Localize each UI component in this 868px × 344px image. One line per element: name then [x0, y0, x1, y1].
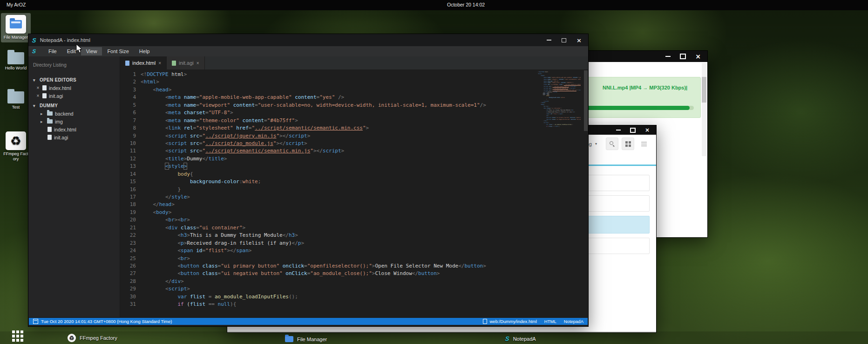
- file-icon: [42, 93, 47, 98]
- code-line: 13 <style>: [120, 163, 588, 170]
- code-line: 28 </div>: [120, 278, 588, 285]
- line-number: 20: [120, 216, 141, 224]
- list-view-button[interactable]: [637, 138, 650, 150]
- line-number: 25: [120, 255, 141, 262]
- menu-view[interactable]: View: [81, 47, 102, 55]
- line-number: 26: [120, 262, 141, 270]
- close-icon[interactable]: ×: [645, 127, 650, 133]
- notepada-titlebar[interactable]: S NotepadA - index.html ×: [28, 34, 588, 46]
- code-text: </div>: [141, 278, 184, 285]
- file-icon: [42, 85, 47, 90]
- maximize-icon[interactable]: [562, 38, 566, 42]
- editor-scrollbar[interactable]: [583, 69, 588, 317]
- close-icon[interactable]: ×: [28, 85, 40, 90]
- code-line: 3 <head>: [120, 86, 588, 94]
- system-brand[interactable]: My ArOZ: [7, 2, 26, 7]
- icon-wrap: Hello World: [1, 52, 31, 71]
- menu-bar: S FileEditViewFont SizeHelp: [28, 46, 588, 56]
- taskbar-item-file-manager[interactable]: File Manager: [285, 336, 327, 342]
- item-label: img: [55, 119, 63, 124]
- close-icon[interactable]: ×: [576, 37, 582, 43]
- app-launcher-icon[interactable]: [12, 330, 15, 333]
- grid-view-button[interactable]: [622, 138, 634, 150]
- code-text: <head>: [141, 86, 171, 94]
- close-icon[interactable]: ×: [695, 53, 701, 60]
- menu-font-size[interactable]: Font Size: [102, 47, 134, 55]
- line-number: 19: [120, 209, 141, 216]
- item-label: init.agi: [49, 93, 63, 99]
- code-text: <button class="ui primary button" onclic…: [141, 262, 486, 270]
- code-text: <title>Dummy</title>: [141, 155, 227, 163]
- chevron-right-icon[interactable]: ▸: [41, 119, 45, 124]
- sidebar-item-index.html[interactable]: index.html: [28, 125, 120, 133]
- line-number: 3: [120, 86, 141, 94]
- minimize-icon[interactable]: [547, 40, 551, 41]
- sidebar-item-img[interactable]: ▸img: [28, 117, 120, 125]
- line-number: 30: [120, 293, 141, 301]
- line-number: 8: [120, 124, 141, 132]
- folder-icon: [47, 111, 53, 116]
- sidebar-item-init.agi[interactable]: ×init.agi: [28, 92, 120, 100]
- tab-label: init.agi: [179, 60, 194, 66]
- code-text: <div class="ui container">: [141, 224, 245, 232]
- sidebar-section-dummy[interactable]: ▾DUMMY: [28, 102, 120, 110]
- search-button[interactable]: [606, 138, 618, 150]
- code-line: 14 body{: [120, 171, 588, 178]
- code-line: 31 if (flist == null){: [120, 301, 588, 308]
- converter-scrollbar[interactable]: [702, 63, 706, 156]
- sidebar-item-backend[interactable]: ▸backend: [28, 110, 120, 117]
- maximize-icon[interactable]: [680, 54, 686, 59]
- minimap[interactable]: <!DOCTYPE html><html> <head> <meta name=…: [538, 71, 581, 141]
- sidebar-item-index.html[interactable]: ×index.html: [28, 84, 120, 92]
- sidebar-item-init.agi[interactable]: init.agi: [28, 133, 120, 141]
- mouse-cursor: [76, 44, 82, 53]
- taskbar-item-label: NotepadA: [513, 336, 536, 342]
- menu-file[interactable]: File: [43, 47, 62, 55]
- icon-label: FFmpeg Factory: [3, 151, 28, 162]
- tab-init.agi[interactable]: init.agi×: [167, 56, 205, 69]
- line-number: 14: [120, 171, 141, 178]
- close-icon[interactable]: ×: [28, 93, 40, 98]
- grid-view-icon: [625, 141, 628, 144]
- converter-scrollbar-thumb[interactable]: [702, 77, 706, 103]
- maximize-icon[interactable]: [630, 128, 636, 133]
- status-language[interactable]: HTML: [544, 319, 556, 324]
- ffmpeg-app-icon: ♻: [6, 131, 26, 150]
- code-line: 10 <script src="../script/ao_module.js">…: [120, 140, 588, 147]
- desktop: File ManagerHello WorldTest♻FFmpeg Facto…: [0, 0, 868, 344]
- tab-index.html[interactable]: index.html×: [120, 56, 167, 69]
- code-text: <span id="flist"></span>: [141, 247, 251, 255]
- section-label: DUMMY: [40, 103, 58, 108]
- line-number: 7: [120, 117, 141, 124]
- close-icon[interactable]: ×: [197, 61, 199, 66]
- desktop-icon-ffmpeg-factory[interactable]: ♻FFmpeg Factory: [1, 131, 31, 162]
- menu-help[interactable]: Help: [134, 47, 155, 55]
- notepada-body: Directory Listing ▾OPEN EDITORS×index.ht…: [28, 56, 588, 317]
- line-number: 29: [120, 285, 141, 293]
- desktop-icon-hello-world[interactable]: Hello World: [1, 52, 31, 71]
- desktop-icon-test[interactable]: Test: [1, 91, 31, 110]
- code-line: 12 <title>Dummy</title>: [120, 155, 588, 163]
- code-line: 15 background-color:white;: [120, 178, 588, 186]
- folder-icon: [285, 336, 293, 342]
- code-text: background-color:white;: [141, 178, 261, 186]
- taskbar-item-ffmpeg-factory[interactable]: ♻FFmpeg Factory: [68, 334, 117, 342]
- code-text: <script src="../script/ao_module.js"></s…: [141, 140, 307, 147]
- close-icon[interactable]: ×: [158, 61, 161, 66]
- sidebar-header: Directory Listing: [28, 56, 120, 74]
- minimize-icon[interactable]: [665, 56, 671, 57]
- folder-icon: [10, 20, 22, 28]
- notepada-window-controls: ×: [547, 37, 588, 43]
- desktop-icon-file-manager[interactable]: File Manager: [1, 13, 31, 42]
- line-number: 27: [120, 270, 141, 277]
- icon-wrap: File Manager: [1, 13, 31, 42]
- sidebar-section-open-editors[interactable]: ▾OPEN EDITORS: [28, 76, 120, 84]
- editor-scrollbar-thumb[interactable]: [584, 70, 588, 131]
- minimize-icon[interactable]: [616, 130, 621, 131]
- icon-label: File Manager: [3, 35, 28, 40]
- taskbar-item-notepada[interactable]: SNotepadA: [505, 335, 536, 342]
- recycle-icon: ♻: [10, 135, 21, 147]
- chevron-right-icon[interactable]: ▸: [41, 111, 45, 116]
- code-editor[interactable]: 1<!DOCTYPE html>2<html>3 <head>4 <meta n…: [120, 69, 588, 317]
- line-number: 22: [120, 232, 141, 239]
